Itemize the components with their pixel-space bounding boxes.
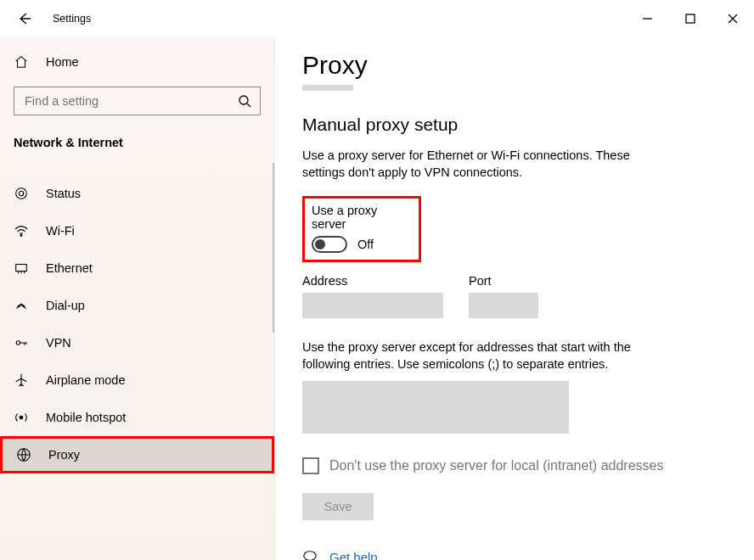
sidebar-item-dialup[interactable]: Dial-up: [0, 287, 274, 324]
svg-point-8: [23, 305, 25, 307]
sidebar-item-label: Ethernet: [37, 261, 93, 275]
help-icon: [302, 549, 318, 560]
bypass-local-row[interactable]: Don't use the proxy server for local (in…: [302, 457, 727, 474]
section-description: Use a proxy server for Ethernet or Wi-Fi…: [302, 147, 659, 181]
status-icon: [14, 186, 37, 201]
use-proxy-toggle[interactable]: [312, 236, 347, 253]
hotspot-icon: [14, 410, 37, 425]
sidebar-item-label: Wi-Fi: [37, 224, 75, 238]
airplane-icon: [14, 372, 37, 388]
svg-point-12: [304, 552, 316, 560]
window-title: Settings: [49, 13, 91, 25]
sidebar-item-proxy[interactable]: Proxy: [0, 436, 274, 473]
titlebar: Settings: [0, 0, 754, 37]
sidebar-item-label: VPN: [37, 336, 71, 350]
minimize-button[interactable]: [627, 0, 669, 37]
get-help-label: Get help: [329, 550, 378, 561]
home-icon: [14, 54, 37, 70]
sidebar-item-airplane[interactable]: Airplane mode: [0, 361, 274, 399]
sidebar-home-label: Home: [37, 55, 79, 69]
svg-point-4: [20, 235, 22, 237]
address-label: Address: [302, 274, 443, 288]
sidebar-item-label: Proxy: [40, 448, 80, 462]
sidebar-item-label: Dial-up: [37, 299, 85, 312]
exceptions-label: Use the proxy server except for addresse…: [302, 339, 659, 372]
sidebar-item-label: Airplane mode: [37, 373, 126, 387]
address-input[interactable]: [302, 293, 443, 318]
section-title: Manual proxy setup: [302, 115, 727, 135]
sidebar-item-hotspot[interactable]: Mobile hotspot: [0, 399, 274, 436]
svg-point-7: [20, 304, 22, 305]
svg-point-2: [16, 188, 27, 199]
sidebar-list: Status Wi-Fi Ethernet Dial-up VPN Airpla…: [0, 175, 274, 473]
close-button[interactable]: [712, 0, 754, 37]
sidebar-group-title: Network & Internet: [0, 122, 274, 154]
port-field-group: Port: [469, 274, 538, 318]
use-proxy-label: Use a proxy server: [312, 204, 410, 231]
ethernet-icon: [14, 260, 37, 276]
dialup-icon: [14, 298, 37, 313]
vpn-icon: [14, 335, 37, 350]
svg-point-3: [19, 191, 23, 195]
svg-point-9: [16, 341, 20, 345]
page-title: Proxy: [302, 51, 727, 80]
maximize-button[interactable]: [669, 0, 712, 37]
sidebar-item-ethernet[interactable]: Ethernet: [0, 249, 274, 287]
search-input[interactable]: [23, 93, 238, 109]
use-proxy-toggle-group: Use a proxy server Off: [302, 196, 421, 262]
maximize-icon: [684, 12, 697, 25]
arrow-left-icon: [18, 12, 31, 25]
sidebar-item-wifi[interactable]: Wi-Fi: [0, 212, 274, 249]
sidebar-item-label: Mobile hotspot: [37, 411, 126, 424]
address-field-group: Address: [302, 274, 443, 318]
sidebar-item-label: Status: [37, 187, 81, 200]
svg-point-1: [239, 96, 248, 104]
get-help-link[interactable]: Get help: [302, 549, 727, 560]
window-controls: [627, 0, 754, 37]
close-icon: [726, 12, 740, 25]
svg-rect-5: [16, 265, 27, 272]
minimize-icon: [641, 12, 655, 25]
svg-point-10: [20, 416, 23, 419]
save-button[interactable]: Save: [302, 493, 374, 520]
svg-rect-0: [686, 14, 695, 23]
exceptions-input[interactable]: [302, 381, 569, 434]
sidebar-item-vpn[interactable]: VPN: [0, 324, 274, 361]
use-proxy-state: Off: [357, 238, 374, 251]
proxy-icon: [16, 447, 40, 462]
port-label: Port: [469, 274, 538, 288]
svg-point-6: [18, 305, 20, 307]
page-title-underline: [302, 85, 353, 91]
back-button[interactable]: [0, 0, 49, 37]
wifi-icon: [14, 223, 37, 238]
sidebar-home[interactable]: Home: [0, 46, 274, 78]
scrollbar-track[interactable]: [273, 163, 274, 333]
toggle-knob: [315, 239, 325, 249]
search-box[interactable]: [14, 87, 261, 115]
search-icon: [238, 94, 251, 108]
bypass-local-checkbox[interactable]: [302, 457, 319, 474]
port-input[interactable]: [469, 293, 538, 318]
sidebar: Home Network & Internet Status Wi-Fi Eth…: [0, 37, 275, 560]
bypass-local-label: Don't use the proxy server for local (in…: [329, 458, 663, 473]
main-content: Proxy Manual proxy setup Use a proxy ser…: [275, 37, 754, 560]
sidebar-item-status[interactable]: Status: [0, 175, 274, 212]
